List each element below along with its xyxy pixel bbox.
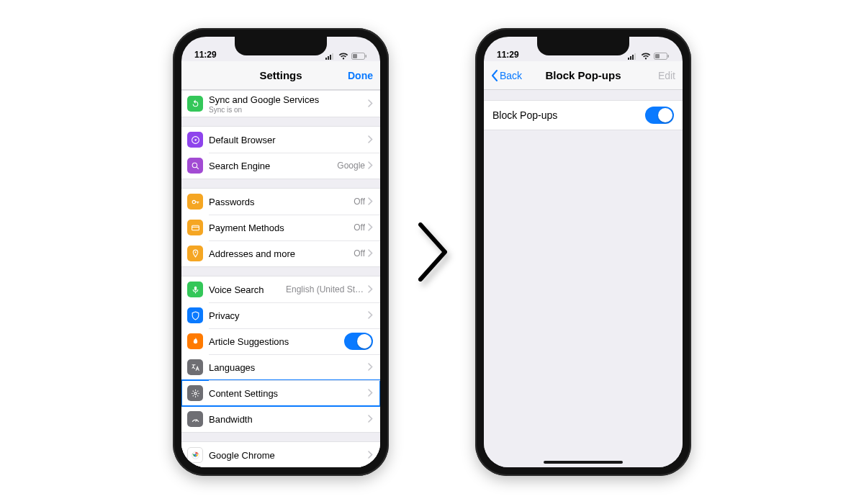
row-voice-search[interactable]: Voice SearchEnglish (United Sta... bbox=[181, 276, 380, 302]
phone-left: 11:29 Settings Done Sync and Google Serv… bbox=[173, 28, 389, 476]
settings-group: Google Chrome bbox=[181, 441, 380, 467]
svg-rect-10 bbox=[192, 225, 199, 230]
block-popups-toggle[interactable] bbox=[645, 107, 674, 124]
chrome-icon bbox=[187, 447, 203, 463]
svg-rect-17 bbox=[630, 56, 631, 60]
row-label: Sync and Google Services bbox=[209, 94, 368, 105]
navbar-block-popups: Back Block Pop-ups Edit bbox=[484, 61, 683, 90]
svg-rect-0 bbox=[325, 58, 327, 60]
row-value: Off bbox=[354, 197, 365, 207]
row-label: Bandwidth bbox=[209, 414, 368, 425]
navbar-settings: Settings Done bbox=[181, 61, 380, 90]
svg-point-11 bbox=[194, 251, 196, 253]
row-label: Languages bbox=[209, 362, 368, 373]
back-button[interactable]: Back bbox=[484, 61, 529, 89]
row-label: Voice Search bbox=[209, 284, 286, 295]
row-default-browser[interactable]: Default Browser bbox=[181, 127, 380, 153]
pin-icon bbox=[187, 246, 203, 261]
status-time: 11:29 bbox=[497, 50, 519, 60]
wifi-icon bbox=[338, 53, 348, 60]
notch bbox=[235, 37, 327, 55]
key-icon bbox=[187, 194, 203, 210]
edit-button[interactable]: Edit bbox=[651, 61, 683, 89]
phone-right: 11:29 Back Block Pop-ups Edit Block Pop-… bbox=[475, 28, 691, 476]
cellular-signal-icon bbox=[628, 53, 638, 60]
block-popups-row[interactable]: Block Pop-ups bbox=[484, 100, 683, 130]
cellular-signal-icon bbox=[325, 53, 336, 60]
row-value: Google bbox=[337, 161, 365, 171]
toggle-article-suggestions[interactable] bbox=[344, 333, 373, 350]
card-icon bbox=[187, 220, 203, 235]
svg-rect-22 bbox=[668, 55, 670, 58]
gear-icon bbox=[187, 385, 203, 401]
svg-point-13 bbox=[194, 392, 196, 394]
block-popups-label: Block Pop-ups bbox=[492, 109, 645, 121]
settings-group: PasswordsOffPayment MethodsOffAddresses … bbox=[181, 188, 380, 267]
svg-rect-1 bbox=[328, 56, 329, 60]
battery-icon bbox=[351, 53, 367, 60]
svg-point-9 bbox=[192, 200, 195, 203]
svg-rect-12 bbox=[194, 286, 196, 290]
chevron-right-icon bbox=[368, 99, 373, 109]
row-value: English (United Sta... bbox=[286, 284, 365, 294]
settings-group: Voice SearchEnglish (United Sta...Privac… bbox=[181, 276, 380, 433]
row-sync-and-google-services[interactable]: Sync and Google ServicesSync is on bbox=[181, 91, 380, 117]
row-article-suggestions[interactable]: Article Suggestions bbox=[181, 328, 380, 354]
compass-icon bbox=[187, 132, 203, 148]
row-label: Article Suggestions bbox=[209, 336, 344, 347]
svg-rect-21 bbox=[655, 54, 660, 58]
row-label: Content Settings bbox=[209, 388, 368, 399]
chevron-right-icon bbox=[368, 310, 373, 321]
home-indicator bbox=[544, 461, 623, 464]
row-search-engine[interactable]: Search EngineGoogle bbox=[181, 153, 380, 179]
gauge-icon bbox=[187, 411, 203, 427]
row-payment-methods[interactable]: Payment MethodsOff bbox=[181, 215, 380, 240]
svg-point-8 bbox=[192, 163, 197, 168]
row-label: Privacy bbox=[209, 310, 368, 321]
chevron-left-icon bbox=[491, 70, 498, 81]
sync-icon bbox=[187, 96, 203, 112]
wifi-icon bbox=[641, 53, 651, 60]
svg-rect-6 bbox=[366, 55, 367, 58]
search-icon bbox=[187, 158, 203, 174]
flame-icon bbox=[187, 333, 203, 349]
svg-rect-3 bbox=[332, 53, 333, 60]
done-button[interactable]: Done bbox=[341, 61, 380, 89]
navbar-title: Block Pop-ups bbox=[545, 69, 621, 81]
settings-list[interactable]: Sync and Google ServicesSync is onDefaul… bbox=[181, 90, 380, 467]
arrow-icon bbox=[409, 220, 455, 284]
chevron-right-icon bbox=[368, 161, 373, 171]
chevron-right-icon bbox=[368, 388, 373, 399]
svg-rect-19 bbox=[634, 53, 636, 60]
row-label: Passwords bbox=[209, 197, 354, 207]
row-passwords[interactable]: PasswordsOff bbox=[181, 189, 380, 215]
svg-rect-16 bbox=[628, 58, 629, 60]
chevron-right-icon bbox=[368, 135, 373, 145]
battery-icon bbox=[654, 53, 670, 60]
row-addresses-and-more[interactable]: Addresses and moreOff bbox=[181, 240, 380, 266]
navbar-title: Settings bbox=[259, 69, 302, 81]
chevron-right-icon bbox=[368, 248, 373, 259]
mic-icon bbox=[187, 282, 203, 297]
shield-icon bbox=[187, 307, 203, 323]
row-languages[interactable]: Languages bbox=[181, 354, 380, 380]
row-label: Addresses and more bbox=[209, 248, 354, 259]
svg-rect-5 bbox=[353, 54, 357, 58]
row-google-chrome[interactable]: Google Chrome bbox=[181, 442, 380, 467]
chevron-right-icon bbox=[368, 414, 373, 425]
chevron-right-icon bbox=[368, 284, 373, 295]
svg-rect-18 bbox=[632, 55, 634, 60]
translate-icon bbox=[187, 359, 203, 375]
row-privacy[interactable]: Privacy bbox=[181, 302, 380, 328]
row-sublabel: Sync is on bbox=[209, 106, 368, 114]
row-label: Google Chrome bbox=[209, 450, 368, 461]
row-bandwidth[interactable]: Bandwidth bbox=[181, 406, 380, 432]
svg-rect-2 bbox=[330, 55, 331, 60]
notch bbox=[537, 37, 629, 55]
status-time: 11:29 bbox=[194, 50, 217, 60]
row-content-settings[interactable]: Content Settings bbox=[181, 380, 380, 406]
row-label: Payment Methods bbox=[209, 222, 354, 233]
chevron-right-icon bbox=[368, 222, 373, 233]
block-popups-body: Block Pop-ups bbox=[484, 100, 683, 467]
row-value: Off bbox=[354, 248, 365, 258]
